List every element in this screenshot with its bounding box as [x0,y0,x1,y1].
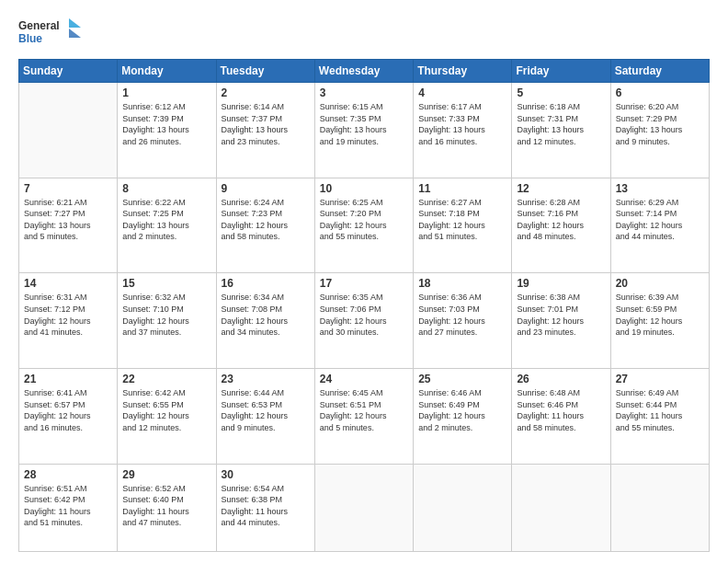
day-number: 3 [320,86,408,99]
header: General Blue [18,17,710,50]
calendar-cell: 25Sunrise: 6:46 AM Sunset: 6:49 PM Dayli… [414,369,512,465]
week-row-5: 28Sunrise: 6:51 AM Sunset: 6:42 PM Dayli… [19,464,710,551]
weekday-header-row: SundayMondayTuesdayWednesdayThursdayFrid… [19,60,710,83]
calendar-cell: 3Sunrise: 6:15 AM Sunset: 7:35 PM Daylig… [314,83,413,178]
calendar-cell [414,464,512,551]
week-row-3: 14Sunrise: 6:31 AM Sunset: 7:12 PM Dayli… [19,273,710,369]
cell-text: Sunrise: 6:45 AM Sunset: 6:51 PM Dayligh… [320,387,408,433]
day-number: 19 [517,277,605,290]
generalblue-logo: General Blue [18,17,83,50]
cell-text: Sunrise: 6:20 AM Sunset: 7:29 PM Dayligh… [616,101,704,147]
calendar-cell: 14Sunrise: 6:31 AM Sunset: 7:12 PM Dayli… [19,273,118,369]
calendar-cell: 19Sunrise: 6:38 AM Sunset: 7:01 PM Dayli… [512,273,610,369]
weekday-header-saturday: Saturday [610,60,709,83]
day-number: 28 [24,468,112,481]
day-number: 11 [418,182,506,195]
calendar-cell: 28Sunrise: 6:51 AM Sunset: 6:42 PM Dayli… [19,464,118,551]
cell-text: Sunrise: 6:39 AM Sunset: 6:59 PM Dayligh… [616,292,704,338]
calendar-cell [314,464,413,551]
calendar-cell: 16Sunrise: 6:34 AM Sunset: 7:08 PM Dayli… [216,273,314,369]
cell-text: Sunrise: 6:38 AM Sunset: 7:01 PM Dayligh… [517,292,605,338]
day-number: 21 [24,373,112,385]
calendar-cell: 1Sunrise: 6:12 AM Sunset: 7:39 PM Daylig… [118,83,216,178]
cell-text: Sunrise: 6:29 AM Sunset: 7:14 PM Dayligh… [616,197,704,243]
calendar-cell: 27Sunrise: 6:49 AM Sunset: 6:44 PM Dayli… [610,369,709,465]
cell-text: Sunrise: 6:34 AM Sunset: 7:08 PM Dayligh… [222,292,310,338]
day-number: 4 [418,86,506,99]
calendar-cell: 30Sunrise: 6:54 AM Sunset: 6:38 PM Dayli… [216,464,314,551]
cell-text: Sunrise: 6:17 AM Sunset: 7:33 PM Dayligh… [418,101,506,147]
day-number: 6 [616,86,704,99]
calendar-cell [19,83,118,178]
calendar-cell: 6Sunrise: 6:20 AM Sunset: 7:29 PM Daylig… [610,83,709,178]
day-number: 17 [320,277,408,290]
day-number: 14 [24,277,112,290]
calendar-table: SundayMondayTuesdayWednesdayThursdayFrid… [18,59,710,552]
calendar-cell: 26Sunrise: 6:48 AM Sunset: 6:46 PM Dayli… [512,369,610,465]
cell-text: Sunrise: 6:42 AM Sunset: 6:55 PM Dayligh… [122,387,210,433]
calendar-cell [610,464,709,551]
cell-text: Sunrise: 6:48 AM Sunset: 6:46 PM Dayligh… [517,387,605,433]
calendar-cell: 2Sunrise: 6:14 AM Sunset: 7:37 PM Daylig… [216,83,314,178]
calendar-cell: 7Sunrise: 6:21 AM Sunset: 7:27 PM Daylig… [19,178,118,273]
cell-text: Sunrise: 6:27 AM Sunset: 7:18 PM Dayligh… [418,197,506,243]
day-number: 1 [122,86,210,99]
cell-text: Sunrise: 6:31 AM Sunset: 7:12 PM Dayligh… [24,292,112,338]
cell-text: Sunrise: 6:14 AM Sunset: 7:37 PM Dayligh… [222,101,310,147]
day-number: 26 [517,373,605,385]
day-number: 25 [418,373,506,385]
calendar-cell: 5Sunrise: 6:18 AM Sunset: 7:31 PM Daylig… [512,83,610,178]
cell-text: Sunrise: 6:36 AM Sunset: 7:03 PM Dayligh… [418,292,506,338]
calendar-cell: 22Sunrise: 6:42 AM Sunset: 6:55 PM Dayli… [118,369,216,465]
calendar-cell: 23Sunrise: 6:44 AM Sunset: 6:53 PM Dayli… [216,369,314,465]
calendar-cell: 10Sunrise: 6:25 AM Sunset: 7:20 PM Dayli… [314,178,413,273]
cell-text: Sunrise: 6:51 AM Sunset: 6:42 PM Dayligh… [24,483,112,529]
day-number: 2 [222,86,310,99]
day-number: 13 [616,182,704,195]
weekday-header-thursday: Thursday [414,60,512,83]
day-number: 18 [418,277,506,290]
cell-text: Sunrise: 6:24 AM Sunset: 7:23 PM Dayligh… [222,197,310,243]
cell-text: Sunrise: 6:15 AM Sunset: 7:35 PM Dayligh… [320,101,408,147]
day-number: 16 [222,277,310,290]
page: General Blue SundayMondayTuesdayWednesda… [0,0,728,563]
calendar-cell: 9Sunrise: 6:24 AM Sunset: 7:23 PM Daylig… [216,178,314,273]
svg-text:General: General [18,19,60,32]
day-number: 9 [222,182,310,195]
calendar-cell: 24Sunrise: 6:45 AM Sunset: 6:51 PM Dayli… [314,369,413,465]
logo: General Blue [18,17,83,50]
day-number: 29 [122,468,210,481]
svg-marker-3 [69,29,81,38]
day-number: 8 [122,182,210,195]
weekday-header-sunday: Sunday [19,60,118,83]
cell-text: Sunrise: 6:32 AM Sunset: 7:10 PM Dayligh… [122,292,210,338]
day-number: 5 [517,86,605,99]
cell-text: Sunrise: 6:54 AM Sunset: 6:38 PM Dayligh… [222,483,310,529]
day-number: 10 [320,182,408,195]
weekday-header-wednesday: Wednesday [314,60,413,83]
cell-text: Sunrise: 6:35 AM Sunset: 7:06 PM Dayligh… [320,292,408,338]
week-row-4: 21Sunrise: 6:41 AM Sunset: 6:57 PM Dayli… [19,369,710,465]
cell-text: Sunrise: 6:28 AM Sunset: 7:16 PM Dayligh… [517,197,605,243]
svg-marker-2 [69,18,81,28]
cell-text: Sunrise: 6:25 AM Sunset: 7:20 PM Dayligh… [320,197,408,243]
cell-text: Sunrise: 6:41 AM Sunset: 6:57 PM Dayligh… [24,387,112,433]
calendar-cell: 13Sunrise: 6:29 AM Sunset: 7:14 PM Dayli… [610,178,709,273]
calendar-cell: 12Sunrise: 6:28 AM Sunset: 7:16 PM Dayli… [512,178,610,273]
day-number: 27 [616,373,704,385]
calendar-cell: 20Sunrise: 6:39 AM Sunset: 6:59 PM Dayli… [610,273,709,369]
calendar-cell: 11Sunrise: 6:27 AM Sunset: 7:18 PM Dayli… [414,178,512,273]
cell-text: Sunrise: 6:21 AM Sunset: 7:27 PM Dayligh… [24,197,112,243]
week-row-2: 7Sunrise: 6:21 AM Sunset: 7:27 PM Daylig… [19,178,710,273]
calendar-cell: 29Sunrise: 6:52 AM Sunset: 6:40 PM Dayli… [118,464,216,551]
weekday-header-monday: Monday [118,60,216,83]
cell-text: Sunrise: 6:44 AM Sunset: 6:53 PM Dayligh… [222,387,310,433]
day-number: 12 [517,182,605,195]
day-number: 24 [320,373,408,385]
cell-text: Sunrise: 6:18 AM Sunset: 7:31 PM Dayligh… [517,101,605,147]
day-number: 15 [122,277,210,290]
cell-text: Sunrise: 6:22 AM Sunset: 7:25 PM Dayligh… [122,197,210,243]
calendar-cell: 15Sunrise: 6:32 AM Sunset: 7:10 PM Dayli… [118,273,216,369]
cell-text: Sunrise: 6:52 AM Sunset: 6:40 PM Dayligh… [122,483,210,529]
weekday-header-tuesday: Tuesday [216,60,314,83]
